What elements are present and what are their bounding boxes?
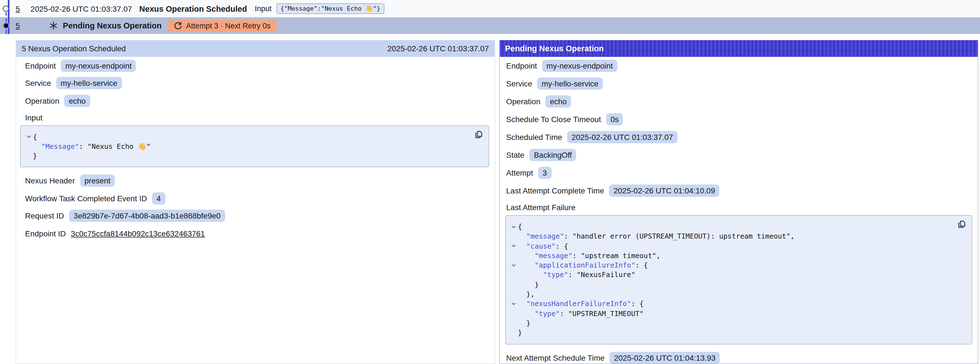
- code-text: "type": "NexusFailure": [518, 270, 635, 280]
- code-text: "message": "handler error (UPSTREAM_TIME…: [518, 231, 794, 241]
- code-text: }: [518, 328, 522, 338]
- timeline-dashed-connector: [5, 30, 6, 34]
- event-type-title: Nexus Operation Scheduled: [139, 4, 247, 13]
- field-label: Next Attempt Schedule Time: [506, 353, 605, 362]
- failure-json-block: { "message": "handler error (UPSTREAM_TI…: [505, 215, 972, 344]
- code-text: }: [518, 318, 530, 328]
- field-label: Schedule To Close Timeout: [506, 115, 601, 124]
- code-line: {: [509, 222, 953, 231]
- pending-operation-title: Pending Nexus Operation: [63, 21, 162, 30]
- event-input-label: Input: [255, 5, 272, 13]
- field-scheduled-time: Scheduled Time 2025-02-26 UTC 01:03:37.0…: [500, 128, 978, 146]
- panel-title: Pending Nexus Operation: [505, 44, 604, 53]
- field-endpoint-id: Endpoint ID 3c0c75ccfa8144b092c13ce63246…: [16, 225, 495, 242]
- timeline-accent-bar: [8, 0, 9, 34]
- field-last-attempt-complete-time: Last Attempt Complete Time 2025-02-26 UT…: [500, 182, 978, 200]
- field-label: Attempt: [506, 168, 533, 177]
- retry-attempt-badge: Attempt 3 · Next Retry 0s: [168, 20, 276, 32]
- code-line: }: [24, 151, 469, 161]
- field-label: Endpoint ID: [25, 229, 66, 238]
- code-line: }: [509, 318, 953, 328]
- code-line: "Message": "Nexus Echo 👋": [24, 142, 469, 151]
- field-service: Service my-hello-service: [16, 74, 495, 92]
- field-value-badge: echo: [546, 95, 571, 108]
- code-line: "nexusHandlerFailureInfo": {: [509, 299, 953, 309]
- input-json-block: { "Message": "Nexus Echo 👋"}: [20, 125, 489, 168]
- code-text: "applicationFailureInfo": {: [518, 260, 648, 270]
- code-line: "message": "upstream timeout",: [509, 251, 953, 260]
- last-attempt-failure-label: Last Attempt Failure: [500, 200, 978, 214]
- field-label: State: [506, 150, 524, 160]
- field-value-badge: 2025-02-26 UTC 01:03:37.07: [567, 131, 678, 143]
- code-text: {: [33, 132, 37, 142]
- event-detail-panels: 5 Nexus Operation Scheduled 2025-02-26 U…: [16, 40, 978, 364]
- field-value-badge: BackingOff: [529, 149, 576, 161]
- event-timestamp: 2025-02-26 UTC 01:03:37.07: [31, 4, 132, 13]
- field-operation: Operation echo: [16, 92, 495, 110]
- code-line: {: [24, 132, 469, 142]
- field-endpoint: Endpoint my-nexus-endpoint: [16, 57, 495, 74]
- field-nexus-header: Nexus Header present: [16, 172, 495, 190]
- event-row-nexus-operation-scheduled[interactable]: 5 2025-02-26 UTC 01:03:37.07 Nexus Opera…: [0, 0, 980, 17]
- code-line: "type": "NexusFailure": [509, 270, 953, 280]
- event-id-link[interactable]: 5: [16, 4, 20, 13]
- field-value-badge: 2025-02-26 UTC 01:04:13.93: [609, 351, 720, 364]
- field-value-badge: my-hello-service: [56, 77, 122, 89]
- field-next-attempt-schedule-time: Next Attempt Schedule Time 2025-02-26 UT…: [500, 349, 978, 364]
- code-line: "message": "handler error (UPSTREAM_TIME…: [509, 231, 953, 241]
- field-label: Nexus Header: [25, 176, 75, 185]
- code-text: "message": "upstream timeout",: [518, 251, 660, 260]
- field-label: Service: [506, 79, 532, 88]
- pending-panel-header: Pending Nexus Operation: [500, 40, 978, 57]
- field-operation: Operation echo: [500, 93, 978, 110]
- timeline-node-selected-icon: [3, 22, 10, 29]
- collapse-chevron-icon[interactable]: [509, 263, 518, 268]
- field-workflow-task-completed-event-id: Workflow Task Completed Event ID 4: [16, 190, 495, 207]
- field-value-badge: 0s: [606, 113, 623, 125]
- field-label: Endpoint: [25, 61, 56, 70]
- code-line: }: [509, 328, 953, 338]
- code-line: "type": "UPSTREAM_TIMEOUT": [509, 308, 953, 318]
- field-value-badge: 3: [538, 167, 552, 179]
- collapse-chevron-icon[interactable]: [509, 243, 518, 249]
- field-label: Request ID: [25, 211, 64, 220]
- collapse-chevron-icon[interactable]: [509, 301, 518, 307]
- field-label: Operation: [25, 96, 59, 105]
- field-label: Endpoint: [506, 61, 537, 70]
- timeline-dashed-connector: [5, 12, 6, 22]
- code-text: "type": "UPSTREAM_TIMEOUT": [518, 308, 644, 318]
- field-schedule-to-close-timeout: Schedule To Close Timeout 0s: [500, 110, 978, 128]
- field-value-badge: my-hello-service: [537, 77, 603, 90]
- field-value-badge: my-nexus-endpoint: [61, 59, 136, 72]
- code-text: }: [33, 151, 37, 161]
- collapse-chevron-icon[interactable]: [509, 224, 518, 229]
- code-line: "cause": {: [509, 241, 953, 251]
- collapse-chevron-icon[interactable]: [24, 134, 33, 139]
- event-id-link[interactable]: 5: [16, 21, 20, 30]
- endpoint-id-link[interactable]: 3c0c75ccfa8144b092c13ce632463761: [71, 229, 205, 238]
- field-endpoint: Endpoint my-nexus-endpoint: [500, 57, 978, 75]
- workflow-history-view: 5 2025-02-26 UTC 01:03:37.07 Nexus Opera…: [0, 0, 980, 364]
- field-label: Service: [25, 79, 51, 88]
- field-label: Scheduled Time: [506, 133, 562, 142]
- code-text: }: [518, 280, 539, 290]
- input-section-label: Input: [16, 110, 495, 123]
- copy-button[interactable]: [957, 220, 967, 229]
- scheduled-event-panel: 5 Nexus Operation Scheduled 2025-02-26 U…: [16, 40, 495, 364]
- field-attempt: Attempt 3: [500, 164, 978, 182]
- code-line: "applicationFailureInfo": {: [509, 260, 953, 270]
- field-value-badge: present: [80, 174, 115, 187]
- scheduled-panel-header: 5 Nexus Operation Scheduled 2025-02-26 U…: [16, 40, 495, 57]
- copy-button[interactable]: [474, 129, 483, 139]
- field-value-badge: my-nexus-endpoint: [542, 60, 617, 72]
- timeline-node-open-icon: [3, 6, 9, 12]
- field-service: Service my-hello-service: [500, 75, 978, 93]
- code-line: },: [509, 289, 953, 299]
- field-value-badge: 2025-02-26 UTC 01:04:10.09: [609, 185, 719, 197]
- field-state: State BackingOff: [500, 146, 978, 164]
- code-text: "Message": "Nexus Echo 👋": [33, 142, 151, 151]
- input-preview-chip: {"Message":"Nexus Echo 👋"}: [277, 3, 384, 14]
- retry-badge-text: Attempt 3 · Next Retry 0s: [186, 21, 270, 30]
- event-row-pending-nexus-operation[interactable]: 5 Pending Nexus Operation Attempt 3 · Ne…: [0, 17, 980, 34]
- retry-icon: [174, 21, 182, 30]
